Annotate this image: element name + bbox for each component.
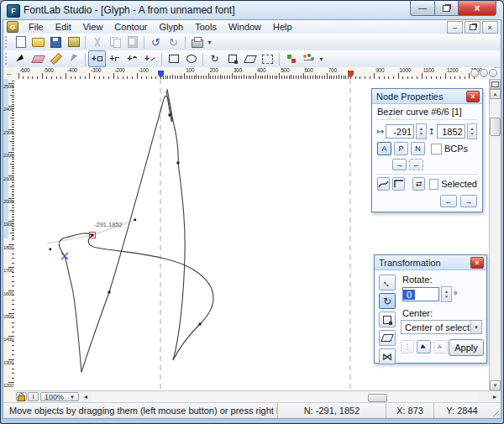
menu-item-help[interactable]: Help <box>267 21 298 33</box>
horizontal-ruler[interactable]: -600-500-400-300-200-1001002003004005006… <box>14 67 494 80</box>
apply-to-mask-button[interactable]: ► <box>417 340 431 353</box>
smooth-connection-button[interactable] <box>377 177 390 191</box>
glyph-contour-node-hook[interactable] <box>59 233 92 256</box>
rotate-angle-field[interactable]: 0 <box>402 287 439 301</box>
zoom-dropdown[interactable]: 100% ▼ <box>40 392 79 401</box>
node-y-field[interactable]: 1852 <box>437 124 465 139</box>
node-dot[interactable] <box>108 291 111 294</box>
convert-node-button[interactable]: ⇄ <box>412 177 425 191</box>
node-properties-title-bar[interactable]: Node Properties × <box>372 89 482 104</box>
free-transform-tool-button[interactable] <box>259 50 276 67</box>
toolbar-grip[interactable] <box>5 53 9 65</box>
add-corner-node-tool-button[interactable]: + <box>106 50 123 67</box>
text-mode-button[interactable]: I <box>28 392 39 401</box>
copy-button[interactable] <box>106 34 123 50</box>
toolbar-grip[interactable] <box>5 36 9 48</box>
draw-ellipse-tool-button[interactable] <box>182 50 200 67</box>
center-dropdown[interactable]: Center of selection ▼ <box>401 320 482 334</box>
slant-tool-button[interactable] <box>241 50 259 67</box>
add-curve-node-tool-button[interactable]: + <box>123 50 141 67</box>
glyph-contour-left-hook[interactable] <box>65 256 81 372</box>
pencil-tool-button[interactable] <box>47 50 65 67</box>
save-all-button[interactable] <box>65 34 82 50</box>
glyph-contour-right-stem[interactable] <box>173 121 185 360</box>
transform-rotate-button[interactable]: ↻ <box>379 293 396 309</box>
menu-item-glyph[interactable]: Glyph <box>154 21 190 33</box>
align-node-n-button[interactable]: N <box>411 142 425 155</box>
bcp-dot[interactable] <box>50 249 52 251</box>
add-tangent-node-tool-button[interactable]: + <box>141 50 159 67</box>
scroll-right-button[interactable]: ▸ <box>491 392 499 401</box>
transformation-title-bar[interactable]: Transformation × <box>375 255 486 270</box>
sharp-connection-button[interactable] <box>392 177 405 191</box>
menu-item-file[interactable]: File <box>23 21 50 33</box>
menu-item-contour[interactable]: Contour <box>108 21 153 33</box>
save-button[interactable] <box>47 34 65 50</box>
next-bcp-button[interactable]: → <box>392 159 407 170</box>
eraser-tool-button[interactable] <box>29 50 47 67</box>
align-node-a-button[interactable]: A <box>377 142 391 155</box>
next-node-button[interactable]: → <box>460 195 477 207</box>
horizontal-scroll-thumb[interactable] <box>368 394 387 402</box>
ruler-corner-button[interactable]: ↔ <box>3 67 15 80</box>
print-button[interactable] <box>188 34 206 50</box>
vertical-ruler[interactable]: 2500240023002200210020001900180017001600… <box>3 79 15 402</box>
minimize-button[interactable]: — <box>410 1 435 16</box>
paste-button[interactable] <box>123 34 141 50</box>
vector-paint-button[interactable] <box>300 50 318 67</box>
node-x-spinner[interactable]: ▲▼ <box>416 123 426 139</box>
lock-button[interactable] <box>16 392 27 401</box>
ruler-option-1-button[interactable] <box>470 69 479 77</box>
vertical-scrollbar[interactable]: ▲ ▼ <box>489 79 501 390</box>
knife-tool-button[interactable] <box>65 50 82 67</box>
mdi-restore-button[interactable] <box>465 21 480 34</box>
transform-scale-button[interactable] <box>379 311 396 327</box>
node-x-field[interactable]: -291 <box>386 124 414 139</box>
transformation-panel[interactable]: Transformation × ↔ ↻ ⋈ Rotate: 0 ▲▼ ° Ce… <box>374 254 487 364</box>
node-y-spinner[interactable]: ▲▼ <box>467 123 477 139</box>
cut-button[interactable] <box>88 34 106 50</box>
scroll-down-button[interactable]: ▼ <box>490 380 501 390</box>
transform-mirror-button[interactable]: ⋈ <box>379 348 396 364</box>
start-node-cross[interactable] <box>61 253 68 259</box>
node-dot[interactable] <box>199 323 202 326</box>
apply-to-all-button[interactable]: ► <box>433 340 448 353</box>
rotate-angle-spinner[interactable]: ▲▼ <box>441 286 452 302</box>
apply-button[interactable]: Apply <box>449 339 484 356</box>
menu-item-view[interactable]: View <box>77 21 109 33</box>
scroll-up-button[interactable]: ▲ <box>490 89 501 99</box>
bcps-checkbox[interactable] <box>431 144 442 154</box>
node-properties-close-button[interactable]: × <box>466 91 480 102</box>
glyph-window-icon[interactable]: G <box>7 21 18 33</box>
snap-toggle-button[interactable] <box>282 50 300 67</box>
draw-rectangle-tool-button[interactable] <box>165 50 182 67</box>
transform-options-button[interactable]: ⋮ <box>401 340 414 353</box>
horizontal-scroll-track[interactable] <box>92 392 477 402</box>
new-button[interactable] <box>12 34 29 50</box>
title-bar[interactable]: F FontLab Studio - [Glyph - A from unnam… <box>1 1 503 19</box>
selected-node-dot[interactable] <box>92 234 94 237</box>
toolbar-overflow-button[interactable]: ▼ <box>207 39 213 45</box>
ruler-option-3-button[interactable] <box>489 69 497 77</box>
split-view-button[interactable] <box>490 79 501 89</box>
scale-tool-button[interactable] <box>223 50 241 67</box>
menu-item-tools[interactable]: Tools <box>189 21 223 33</box>
restore-button[interactable] <box>435 1 459 16</box>
redo-button[interactable]: ↻ <box>165 34 182 50</box>
vertical-scroll-thumb[interactable] <box>490 118 501 136</box>
ruler-option-2-button[interactable] <box>480 69 488 77</box>
node-dot[interactable] <box>177 162 180 165</box>
mdi-minimize-button[interactable]: – <box>447 21 463 34</box>
tools-overflow-button[interactable]: ▼ <box>318 56 324 62</box>
menu-item-edit[interactable]: Edit <box>50 21 77 33</box>
select-tool-button[interactable] <box>12 50 29 67</box>
transformation-close-button[interactable]: × <box>470 257 484 269</box>
open-button[interactable] <box>29 34 47 50</box>
previous-node-button[interactable]: ← <box>440 195 457 207</box>
selected-checkbox[interactable] <box>429 179 438 190</box>
bcp-dot[interactable] <box>134 219 137 222</box>
rotate-tool-button[interactable]: ↻ <box>206 50 223 67</box>
menu-item-window[interactable]: Window <box>223 21 267 33</box>
undo-button[interactable]: ↺ <box>147 34 165 50</box>
prev-bcp-button[interactable]: ← <box>409 159 423 170</box>
